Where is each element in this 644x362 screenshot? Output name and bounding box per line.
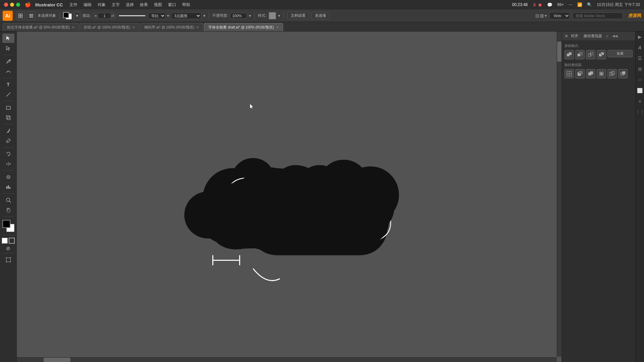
type-tool[interactable]: T	[2, 80, 14, 89]
rotate-tool[interactable]	[2, 149, 14, 159]
opacity-arrow[interactable]: ▾	[249, 13, 251, 18]
svg-rect-2	[18, 16, 20, 18]
pf-trim-btn[interactable]	[575, 69, 585, 78]
rs-type-icon[interactable]: A	[638, 45, 641, 50]
stroke-value-input[interactable]	[99, 13, 110, 18]
warp-tool[interactable]	[2, 172, 14, 182]
horizontal-scrollbar[interactable]	[17, 357, 557, 362]
close-button[interactable]	[4, 3, 8, 7]
pf-outline-btn[interactable]	[607, 69, 617, 78]
vertical-scrollbar[interactable]	[557, 32, 561, 357]
tab-0[interactable]: 标志字体全能番.ai* @ 50% (RGB/预览) ✕	[3, 23, 79, 31]
minimize-button[interactable]	[10, 3, 14, 7]
shape-unite-btn[interactable]	[565, 50, 574, 59]
menu-select[interactable]: 选择	[126, 2, 134, 8]
rs-symbol-icon[interactable]: ⋮⋮	[635, 109, 644, 115]
selection-tool[interactable]	[2, 34, 14, 43]
stroke-up-arrow[interactable]: ⏶	[93, 14, 99, 17]
align-icon2[interactable]: ⊞	[540, 13, 544, 18]
tab-1-close[interactable]: ✕	[132, 25, 135, 29]
svg-rect-6	[29, 17, 33, 17]
pen-tool[interactable]	[2, 57, 14, 66]
apple-icon[interactable]: 🍎	[25, 2, 31, 8]
foreground-color[interactable]	[2, 220, 10, 228]
shape-exclude-btn[interactable]	[597, 50, 606, 59]
menu-effect[interactable]: 效果	[140, 2, 148, 8]
stroke-type-arrow[interactable]: ▾	[203, 13, 205, 18]
menu-text[interactable]: 文字	[112, 2, 120, 8]
stroke-mode-btn[interactable]	[9, 238, 15, 244]
reflect-tool[interactable]	[2, 159, 14, 169]
shape-intersect-btn[interactable]	[586, 50, 595, 59]
stroke-style-select[interactable]: 等比	[148, 12, 166, 19]
rs-align-icon[interactable]: ☰	[638, 56, 642, 61]
tab-1[interactable]: 折纸.ai* @ 100% (RGB/预览) ✕	[79, 23, 139, 31]
tool-options-icon2[interactable]	[27, 11, 36, 20]
menu-edit[interactable]: 编辑	[84, 2, 92, 8]
tab-2-label: 钢的琴.ai* @ 100% (RGB/预览)	[144, 25, 194, 30]
date-label: 10月15日 周五 下午7:33	[597, 2, 640, 8]
pf-crop-btn[interactable]	[597, 69, 606, 78]
tab-2-close[interactable]: ✕	[196, 25, 199, 29]
tab-0-label: 标志字体全能番.ai* @ 50% (RGB/预览)	[7, 25, 70, 30]
panel-close-icon[interactable]: ✕	[565, 34, 568, 39]
paintbrush-tool[interactable]	[2, 126, 14, 135]
tool-options-icon1[interactable]	[16, 11, 25, 20]
line-tool[interactable]	[2, 90, 14, 99]
tab-0-close[interactable]: ✕	[72, 25, 74, 29]
shape-expand-btn[interactable]: 拓展	[607, 50, 633, 57]
menu-help[interactable]: 帮助	[182, 2, 190, 8]
panel-title-pathfinder[interactable]: 路径查找器	[584, 34, 602, 39]
search-input[interactable]	[573, 12, 623, 19]
tab-3[interactable]: 字体全能番 draft.ai* @ 100% (RGB/预览) ✕	[204, 23, 283, 31]
artboard-tool[interactable]	[2, 255, 14, 264]
search-icon[interactable]: 🔍	[587, 2, 592, 7]
fill-mode-btn[interactable]	[2, 238, 8, 244]
stroke-down-arrow[interactable]: ▾	[167, 13, 169, 18]
curvature-tool[interactable]	[2, 67, 14, 76]
rs-play-icon[interactable]: ▶	[638, 34, 642, 40]
menu-file[interactable]: 文件	[69, 2, 77, 8]
pf-merge-btn[interactable]	[586, 69, 595, 78]
stroke-arrow-icon[interactable]: ▾	[74, 11, 80, 20]
bar-graph-tool[interactable]	[2, 182, 14, 192]
hscroll-thumb[interactable]	[44, 358, 70, 362]
pf-divide-btn[interactable]	[565, 69, 574, 78]
panel-title-align[interactable]: 对齐	[571, 34, 578, 39]
workspace-select[interactable]: Web	[549, 12, 570, 19]
tab-2[interactable]: 钢的琴.ai* @ 100% (RGB/预览) ✕	[140, 23, 203, 31]
opacity-input[interactable]	[230, 13, 247, 19]
fill-color-box[interactable]	[63, 12, 69, 18]
menu-object[interactable]: 对象	[98, 2, 106, 8]
rs-brush-icon[interactable]: ≡	[638, 99, 641, 104]
panel-collapse-icon[interactable]: ◀◀	[612, 34, 618, 38]
canvas-area[interactable]	[17, 32, 561, 362]
rectangle-tool[interactable]	[2, 103, 14, 112]
vscroll-thumb[interactable]	[557, 42, 561, 62]
color-selector[interactable]	[2, 220, 14, 232]
zoom-tool[interactable]	[2, 195, 14, 205]
tab-3-close[interactable]: ✕	[276, 25, 279, 29]
menu-view[interactable]: 视图	[154, 2, 162, 8]
menu-window[interactable]: 窗口	[168, 2, 176, 8]
rs-circle-icon[interactable]: ○	[638, 77, 641, 82]
rs-transform-icon[interactable]: ⊞	[638, 66, 642, 72]
3d-icon[interactable]	[2, 113, 14, 122]
maximize-button[interactable]	[16, 3, 20, 7]
preferences-button[interactable]: 首选项	[311, 12, 330, 19]
style-arrow[interactable]: ▾	[278, 13, 280, 18]
panel-expand-icon[interactable]: ≡	[606, 34, 608, 38]
pencil-tool[interactable]	[2, 136, 14, 145]
direct-selection-tool[interactable]	[2, 44, 14, 53]
svg-marker-7	[6, 36, 10, 40]
align-icon1[interactable]: ⊟	[535, 13, 539, 18]
align-arrow[interactable]: ▾	[545, 13, 547, 18]
hand-tool[interactable]	[2, 205, 14, 215]
doc-settings-button[interactable]: 文档设置	[287, 12, 309, 19]
shape-minus-btn[interactable]	[575, 50, 585, 59]
pf-minus-back-btn[interactable]	[618, 69, 628, 78]
stroke-type-select[interactable]: 3点圆形	[171, 12, 201, 19]
svg-point-9	[9, 59, 11, 61]
style-color-box[interactable]	[269, 12, 276, 19]
rs-appearance-icon[interactable]: ⬜	[637, 88, 643, 93]
